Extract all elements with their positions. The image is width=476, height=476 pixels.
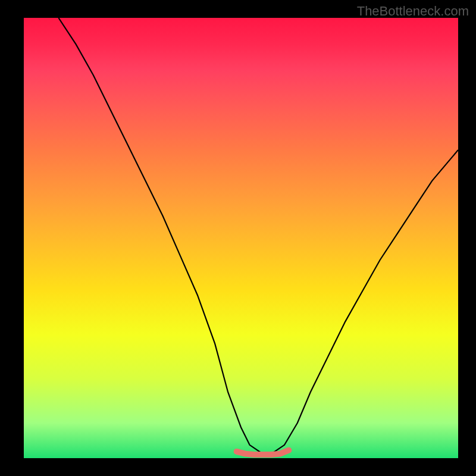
bottleneck-curve-path: [58, 18, 458, 454]
plot-area: [24, 18, 458, 458]
watermark-text: TheBottleneck.com: [357, 4, 469, 19]
chart-svg: [24, 18, 458, 458]
optimal-flat-band-path: [237, 450, 289, 455]
